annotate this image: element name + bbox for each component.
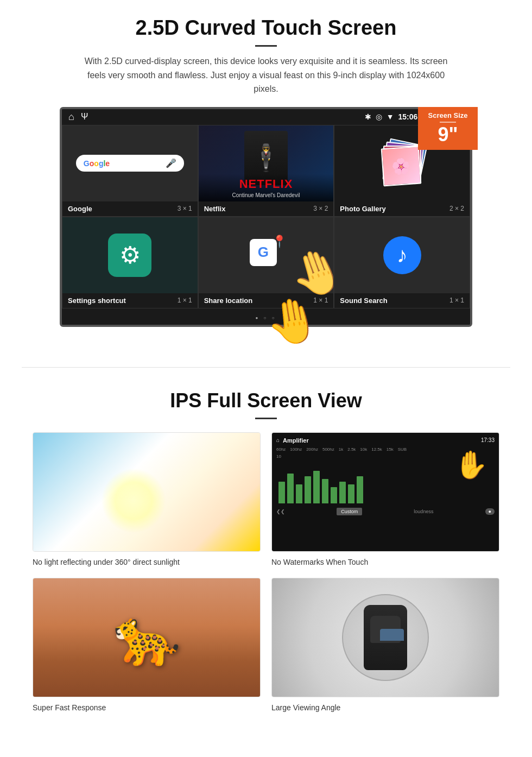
settings-app-content: ⚙ [62,217,198,293]
feature-amplifier: ⌂ Amplifier 17:33 60hz100hz200hz500hz1k2… [271,432,499,567]
amp-bar-7 [331,487,337,503]
status-time: 15:06 [398,112,418,121]
sound-app-name: Sound Search [340,297,387,305]
feature-sunlight: No light reflecting under 360° direct su… [33,432,261,567]
mic-icon: 🎤 [166,158,176,168]
section-curved-touch: 2.5D Curved Touch Screen With 2.5D curve… [0,0,532,340]
amp-bar-2 [287,474,294,503]
app-settings[interactable]: ⚙ Settings shortcut 1 × 1 [62,217,198,308]
amp-title: Amplifier [283,437,309,444]
bluetooth-icon: ✱ [365,112,371,121]
sunlight-label: No light reflecting under 360° direct su… [33,558,180,566]
gallery-label-row: Photo Gallery 2 × 2 [334,201,470,216]
device-screen: ⌂ Ψ ✱ ◎ ▼ 15:06 ⊡ ◁) ⊠ ▭ [60,107,472,327]
cheetah-label: Super Fast Response [33,703,106,712]
screen-size-badge: Screen Size 9" [418,107,478,150]
hand-overlay: 🤚 [0,318,532,351]
hand-touch-icon: ✋ [454,449,488,481]
gmaps-pin-icon: 📍 [272,235,287,249]
google-logo: Google [84,159,110,168]
flower-icon: 🌸 [391,156,411,175]
settings-label-row: Settings shortcut 1 × 1 [62,293,198,308]
section1-description: With 2.5D curved-display screen, this de… [76,54,456,96]
google-label-row: Google 3 × 1 [62,201,198,216]
status-bar: ⌂ Ψ ✱ ◎ ▼ 15:06 ⊡ ◁) ⊠ ▭ [62,109,470,125]
amp-home-icon: ⌂ [276,437,280,443]
app-netflix[interactable]: 🕴 NETFLIX Continue Marvel's Daredevil Ne… [198,125,334,217]
amp-bottom: ❮❮ Custom loudness ● [276,508,495,515]
cheetah-background: 🐆 [33,578,260,697]
cheetah-icon: 🐆 [113,605,181,670]
device-mockup: Screen Size 9" ⌂ Ψ ✱ ◎ ▼ 15:06 ⊡ ◁) ⊠ ▭ [60,107,472,327]
section1-divider [255,45,277,47]
netflix-logo: NETFLIX [203,177,330,191]
badge-divider [440,122,456,123]
google-app-name: Google [68,205,92,213]
features-grid: No light reflecting under 360° direct su… [33,432,499,712]
settings-icon-wrap: ⚙ [108,234,151,277]
sound-app-size: 1 × 1 [449,297,464,304]
gmaps-icon: G 📍 [250,239,282,272]
car-roof [370,616,401,643]
car-windshield [380,629,404,641]
wifi-icon: ▼ [387,112,394,121]
settings-app-name: Settings shortcut [68,297,126,305]
netflix-overlay: NETFLIX Continue Marvel's Daredevil [199,174,334,201]
sunlight-feature-img [33,432,261,552]
amp-bar-4 [305,476,311,503]
badge-size: 9" [438,123,458,146]
amp-loudness-label: loudness [414,509,433,514]
feature-cheetah: 🐆 Super Fast Response [33,578,261,712]
car-body [364,605,407,670]
app-google[interactable]: Google 🎤 Google 3 × 1 [62,125,198,217]
section2-title: IPS Full Screen View [33,389,499,412]
gallery-app-size: 2 × 2 [449,205,464,212]
car-circle [342,594,429,681]
gmaps-g-letter: G [258,244,269,261]
sound-search-icon: ♪ [383,236,421,274]
netflix-subtitle: Continue Marvel's Daredevil [203,192,330,198]
amp-bar-6 [322,479,328,503]
section2-divider [255,418,277,419]
netflix-label-row: Netflix 3 × 2 [199,201,334,216]
share-app-name: Share location [204,297,253,305]
app-sound-search[interactable]: ♪ Sound Search 1 × 1 [334,217,470,308]
section1-title: 2.5D Curved Touch Screen [33,16,499,40]
cheetah-feature-img: 🐆 [33,578,261,697]
sound-app-content: ♪ [334,217,470,293]
amp-bar-8 [339,482,346,503]
gallery-app-name: Photo Gallery [340,205,386,213]
sound-label-row: Sound Search 1 × 1 [334,293,470,308]
amp-header: ⌂ Amplifier 17:33 [276,437,495,444]
amplifier-label: No Watermarks When Touch [271,558,368,566]
location-icon: ◎ [376,112,382,121]
amp-bar-10 [357,476,363,503]
amp-bar-9 [348,484,354,503]
amp-back-icon: ❮❮ [276,509,285,514]
netflix-app-name: Netflix [204,205,226,213]
sunlight-overlay [101,468,166,533]
google-search-bar[interactable]: Google 🎤 [76,155,184,172]
amp-bar-1 [278,482,285,503]
section-divider [22,367,510,368]
amp-toggle[interactable]: ● [485,508,495,515]
amplifier-feature-img: ⌂ Amplifier 17:33 60hz100hz200hz500hz1k2… [271,432,499,552]
app-grid: Google 🎤 Google 3 × 1 [62,125,470,308]
feature-car: Large Viewing Angle [271,578,499,712]
music-note-icon: ♪ [397,243,408,267]
gear-icon: ⚙ [119,241,141,269]
amplifier-screen: ⌂ Amplifier 17:33 60hz100hz200hz500hz1k2… [272,433,499,551]
car-background [272,578,499,697]
google-app-size: 3 × 1 [178,205,192,212]
home-icon[interactable]: ⌂ [68,111,74,123]
settings-app-size: 1 × 1 [178,297,192,304]
usb-icon: Ψ [81,112,88,122]
photo-card-4: 🌸 [381,146,421,186]
car-feature-img [271,578,499,697]
amp-bar-5 [313,471,320,503]
figure-person-icon: 🕴 [250,143,282,173]
amp-custom-button[interactable]: Custom [337,508,362,515]
google-app-content: Google 🎤 [62,125,198,201]
car-label: Large Viewing Angle [271,703,340,712]
section-ips: IPS Full Screen View No light reflecting… [0,384,532,729]
